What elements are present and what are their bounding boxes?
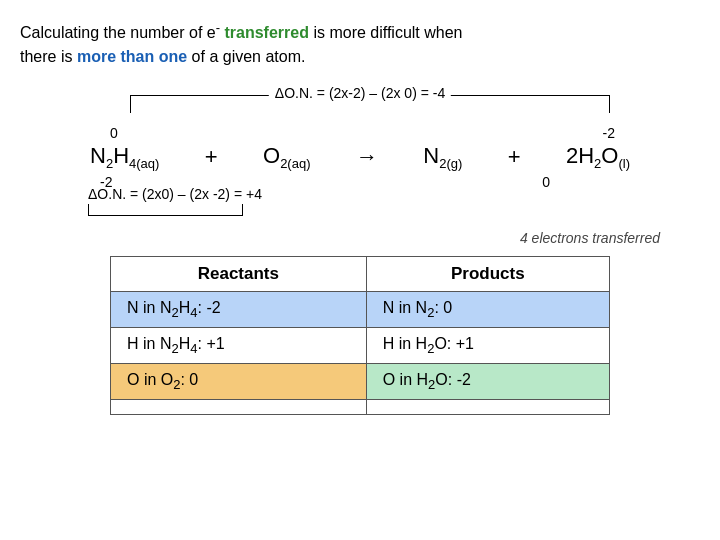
table-row: O in O2: 0O in H2O: -2 [111, 364, 610, 400]
intro-line2: there is more than one of a given atom. [20, 48, 305, 65]
on-val-neg2-right: -2 [603, 125, 615, 141]
bottom-bracket-left-tick [88, 204, 89, 216]
intro-paragraph: Calculating the number of e- transferred… [20, 18, 700, 69]
intro-line1: Calculating the number of e- transferred… [20, 24, 463, 41]
table-cell-reactant-1: H in N2H4: +1 [111, 328, 367, 364]
table-row: H in N2H4: +1H in H2O: +1 [111, 328, 610, 364]
col2-header: Products [366, 256, 609, 291]
diagram-area: ΔO.N. = (2x-2) – (2x 0) = -4 0 -2 N2H4(a… [60, 87, 660, 246]
reaction-table: Reactants Products N in N2H4: -2N in N2:… [110, 256, 610, 416]
table-row [111, 400, 610, 415]
product2: 2H2O(l) [566, 141, 630, 174]
reactant1: N2H4(aq) [90, 141, 159, 174]
more-than-one-highlight: more than one [77, 48, 187, 65]
transferred-highlight: transferred [224, 24, 308, 41]
table-row: N in N2H4: -2N in N2: 0 [111, 291, 610, 327]
table-cell-reactant-3 [111, 400, 367, 415]
table-cell-reactant-2: O in O2: 0 [111, 364, 367, 400]
table-cell-product-3 [366, 400, 609, 415]
bottom-bracket-right-tick [242, 204, 243, 216]
table-cell-product-1: H in H2O: +1 [366, 328, 609, 364]
table-cell-product-2: O in H2O: -2 [366, 364, 609, 400]
intro-text-1: Calculating the number of e [20, 24, 216, 41]
reactant2: O2(aq) [263, 141, 310, 174]
on-val-0-left: 0 [110, 125, 118, 141]
top-bracket-left-drop [130, 95, 131, 113]
product1: N2(g) [423, 141, 462, 174]
table-cell-reactant-0: N in N2H4: -2 [111, 291, 367, 327]
on-numbers-top: 0 -2 [80, 125, 640, 141]
col1-header: Reactants [111, 256, 367, 291]
intro-text-3: is more difficult when [309, 24, 463, 41]
electrons-note: 4 electrons transferred [80, 230, 660, 246]
top-bracket-area: ΔO.N. = (2x-2) – (2x 0) = -4 [80, 87, 640, 125]
plus2: + [508, 142, 521, 173]
intro-text-4: there is [20, 48, 77, 65]
equation-row: N2H4(aq) + O2(aq) → N2(g) + 2H2O(l) [80, 141, 640, 174]
bottom-bracket-area: ΔO.N. = (2x0) – (2x -2) = +4 [80, 190, 640, 230]
top-bracket-right-drop [609, 95, 610, 113]
intro-text-5: of a given atom. [187, 48, 305, 65]
bottom-bracket-line [88, 215, 243, 216]
arrow: → [356, 142, 378, 173]
on-val-0-product: 0 [542, 174, 550, 190]
table-cell-product-0: N in N2: 0 [366, 291, 609, 327]
plus1: + [205, 142, 218, 173]
top-on-label: ΔO.N. = (2x-2) – (2x 0) = -4 [269, 85, 451, 101]
bottom-on-label: ΔO.N. = (2x0) – (2x -2) = +4 [88, 186, 262, 202]
